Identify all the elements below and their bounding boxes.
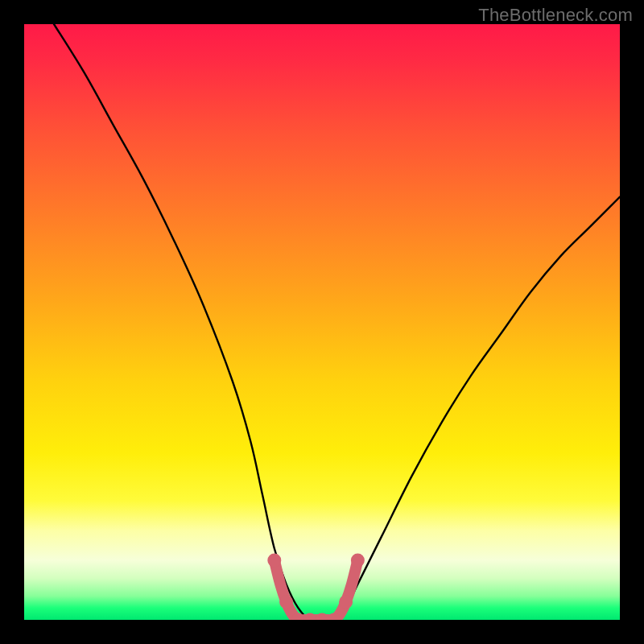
- optimal-marker-path: [275, 560, 358, 620]
- chart-frame: TheBottleneck.com: [0, 0, 644, 644]
- bottleneck-curve-path: [54, 24, 620, 620]
- optimal-marker-dot: [267, 554, 281, 568]
- optimal-marker-dot: [303, 613, 317, 621]
- optimal-marker-dot: [351, 554, 365, 568]
- optimal-marker-dot: [316, 613, 329, 621]
- watermark-text: TheBottleneck.com: [478, 5, 633, 26]
- plot-area: [24, 24, 620, 620]
- optimal-marker-dot: [339, 595, 353, 609]
- chart-svg: [24, 24, 620, 620]
- optimal-marker-dot: [279, 595, 293, 609]
